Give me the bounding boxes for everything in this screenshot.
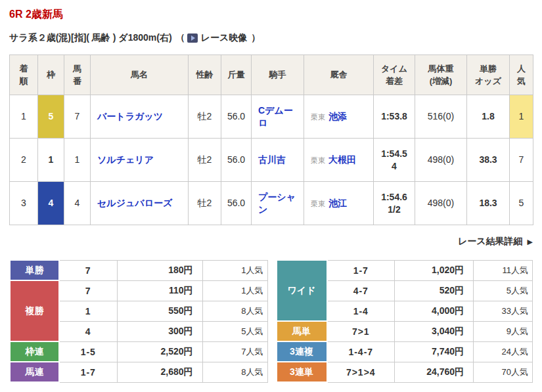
- payout-row: 馬連1-72,680円8人気: [10, 362, 267, 382]
- payout-amount-cell: 180円: [117, 260, 202, 280]
- payout-popularity-cell: 5人気: [202, 321, 267, 341]
- horse-name-link[interactable]: セルジュバローズ: [97, 198, 172, 208]
- payout-amount-cell: 2,680円: [117, 362, 202, 382]
- payout-table-right: ワイド1-71,020円11人気4-7520円5人気1-44,000円33人気馬…: [276, 259, 533, 383]
- stable-region-label: 栗東: [311, 200, 325, 207]
- right-triangle-icon: ▶: [528, 238, 533, 246]
- jockey-cell: 古川吉: [252, 139, 304, 182]
- popularity-cell: 5: [510, 182, 533, 225]
- payout-type-label: 馬連: [10, 362, 59, 382]
- column-header: 馬名: [91, 55, 189, 95]
- jockey-link[interactable]: プーシャン: [258, 192, 296, 214]
- payout-combination-cell: 7: [59, 260, 117, 280]
- stable-region-label: 栗東: [311, 156, 325, 164]
- race-result-detail-link[interactable]: レース結果詳細▶: [458, 236, 533, 246]
- payout-popularity-cell: 7人気: [202, 341, 267, 362]
- results-header-row: 着 順枠馬 番馬名性齢斤量騎手厩舎タイム 着差馬体重 (増減)単勝 オッズ人 気: [10, 55, 533, 95]
- body-weight-cell: 498(0): [415, 139, 467, 182]
- column-header: 人 気: [510, 55, 533, 95]
- payout-popularity-cell: 33人気: [474, 301, 533, 321]
- payout-popularity-cell: 8人気: [202, 301, 267, 321]
- payout-combination-cell: 4: [59, 321, 117, 341]
- horse-name-link[interactable]: ソルチェリア: [97, 154, 154, 165]
- payout-amount-cell: 300円: [117, 321, 202, 341]
- frame-number-cell: 4: [38, 182, 64, 225]
- finish-position-cell: 3: [10, 182, 38, 225]
- stable-cell: 栗東大根田: [304, 139, 374, 182]
- win-odds-cell: 18.3: [467, 182, 510, 225]
- payout-combination-cell: 4-7: [327, 280, 395, 301]
- payout-amount-cell: 24,760円: [395, 362, 474, 382]
- payout-amount-cell: 7,740円: [395, 341, 474, 362]
- payout-combination-cell: 7>1: [327, 321, 395, 341]
- payout-popularity-cell: 5人気: [474, 280, 533, 301]
- race-conditions: サラ系２歳(混)[指]( 馬齢 ) ダ1800m(右) （ レース映像 ）: [9, 32, 533, 44]
- horse-name-link[interactable]: バートラガッツ: [97, 111, 163, 121]
- race-results-table: 着 順枠馬 番馬名性齢斤量騎手厩舎タイム 着差馬体重 (増減)単勝 オッズ人 気…: [9, 54, 533, 225]
- payout-amount-cell: 2,520円: [117, 341, 202, 362]
- payout-amount-cell: 3,040円: [395, 321, 474, 341]
- payout-table-left: 単勝7180円1人気複勝7110円1人気1550円8人気4300円5人気枠連1-…: [9, 259, 268, 383]
- frame-number-cell: 5: [38, 95, 64, 139]
- win-odds-cell: 1.8: [467, 95, 510, 139]
- race-result-page: 6R 2歳新馬 サラ系２歳(混)[指]( 馬齢 ) ダ1800m(右) （ レー…: [0, 0, 542, 383]
- column-header: 騎手: [252, 55, 304, 95]
- column-header: タイム 着差: [374, 55, 415, 95]
- payout-row: 単勝7180円1人気: [10, 260, 267, 280]
- race-conditions-text: サラ系２歳(混)[指]( 馬齢 ) ダ1800m(右): [9, 32, 172, 44]
- column-header: 馬 番: [64, 55, 91, 95]
- column-header: 厩舎: [304, 55, 374, 95]
- sex-age-cell: 牡2: [189, 95, 221, 139]
- frame-number-cell: 1: [38, 139, 64, 182]
- race-video-link[interactable]: レース映像: [185, 32, 248, 44]
- horse-name-cell: セルジュバローズ: [91, 182, 189, 225]
- payout-row: ワイド1-71,020円11人気: [277, 260, 533, 280]
- payout-type-label: 複勝: [10, 280, 59, 341]
- result-row: 157バートラガッツ牡256.0Cデムーロ栗東池添1:53.8516(0)1.8…: [10, 95, 533, 139]
- horse-name-cell: バートラガッツ: [91, 95, 189, 139]
- result-row: 211ソルチェリア牡256.0古川吉栗東大根田1:54.5 4498(0)38.…: [10, 139, 533, 182]
- trainer-link[interactable]: 池江: [328, 198, 347, 208]
- video-play-icon: [187, 33, 198, 43]
- payout-amount-cell: 4,000円: [395, 301, 474, 321]
- win-odds-cell: 38.3: [467, 139, 510, 182]
- payout-popularity-cell: 8人気: [202, 362, 267, 382]
- sex-age-cell: 牡2: [189, 139, 221, 182]
- jockey-link[interactable]: Cデムーロ: [258, 105, 293, 127]
- result-row: 344セルジュバローズ牡256.0プーシャン栗東池江1:54.6 1/2498(…: [10, 182, 533, 225]
- payout-row: 馬単7>13,040円9人気: [277, 321, 533, 341]
- payout-type-label: 枠連: [10, 341, 59, 362]
- column-header: 枠: [38, 55, 64, 95]
- payout-row: 枠連1-52,520円7人気: [10, 341, 267, 362]
- finish-position-cell: 1: [10, 95, 38, 139]
- video-paren-open: （: [176, 32, 185, 44]
- body-weight-cell: 498(0): [415, 182, 467, 225]
- stable-cell: 栗東池添: [304, 95, 374, 139]
- sex-age-cell: 牡2: [189, 182, 221, 225]
- payout-popularity-cell: 24人気: [474, 341, 533, 362]
- detail-link-row: レース結果詳細▶: [9, 236, 533, 248]
- stable-region-label: 栗東: [311, 113, 325, 121]
- payout-type-label: 馬単: [277, 321, 327, 341]
- trainer-link[interactable]: 池添: [328, 111, 347, 121]
- payout-amount-cell: 110円: [117, 280, 202, 301]
- trainer-link[interactable]: 大根田: [328, 154, 356, 165]
- weight-carried-cell: 56.0: [221, 139, 252, 182]
- time-margin-cell: 1:53.8: [374, 95, 415, 139]
- race-title: 6R 2歳新馬: [9, 8, 533, 22]
- video-paren-close: ）: [251, 32, 260, 44]
- payout-amount-cell: 1,020円: [395, 260, 474, 280]
- payout-type-label: 単勝: [10, 260, 59, 280]
- jockey-link[interactable]: 古川吉: [258, 154, 286, 165]
- payout-combination-cell: 1: [59, 301, 117, 321]
- horse-number-cell: 1: [64, 139, 91, 182]
- payout-popularity-cell: 9人気: [474, 321, 533, 341]
- payout-combination-cell: 1-4-7: [327, 341, 395, 362]
- popularity-cell: 1: [510, 95, 533, 139]
- jockey-cell: Cデムーロ: [252, 95, 304, 139]
- time-margin-cell: 1:54.5 4: [374, 139, 415, 182]
- horse-number-cell: 4: [64, 182, 91, 225]
- payout-combination-cell: 1-7: [59, 362, 117, 382]
- payout-popularity-cell: 1人気: [202, 280, 267, 301]
- column-header: 単勝 オッズ: [467, 55, 510, 95]
